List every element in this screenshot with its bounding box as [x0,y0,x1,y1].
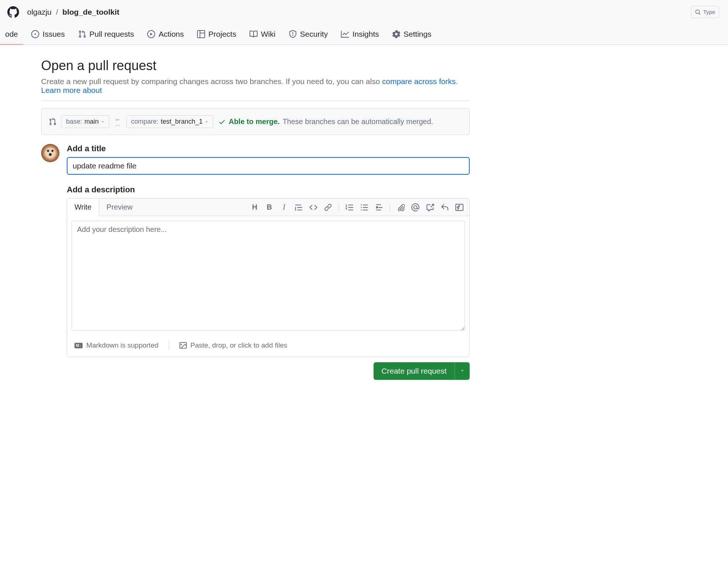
compare-branch-select[interactable]: compare: test_branch_1 [126,115,213,128]
chevron-down-icon [101,120,105,124]
compare-forks-link[interactable]: compare across forks [382,77,456,86]
tab-write[interactable]: Write [67,199,99,216]
shield-icon [289,30,297,38]
italic-icon[interactable]: I [280,203,288,211]
table-icon [197,30,205,38]
graph-icon [341,30,349,38]
create-pull-request-dropdown[interactable] [455,362,470,380]
attach-files-hint[interactable]: Paste, drop, or click to add files [179,341,287,349]
markdown-hint[interactable]: M↓ Markdown is supported [74,341,159,349]
tab-projects[interactable]: Projects [192,26,241,44]
page-title: Open a pull request [41,58,470,73]
tab-settings[interactable]: Settings [387,26,437,44]
tab-actions[interactable]: Actions [142,26,189,44]
nav-label: Settings [404,30,432,39]
nav-label: Actions [159,30,184,39]
check-icon [218,118,226,126]
tab-preview[interactable]: Preview [99,199,140,216]
nav-label: Security [300,30,328,39]
quote-icon[interactable] [295,203,303,211]
title-label: Add a title [67,144,470,153]
chevron-down-icon [460,368,465,373]
description-label: Add a description [67,185,470,195]
image-icon [179,342,187,349]
search-input[interactable]: Type [691,6,719,18]
repo-breadcrumb: olgazju / blog_de_toolkit [27,8,688,17]
slash-commands-icon[interactable] [455,203,463,211]
repo-header: olgazju / blog_de_toolkit Type [0,0,728,18]
page-subtitle: Create a new pull request by comparing c… [41,77,470,101]
merge-status: Able to merge. These branches can be aut… [218,117,433,126]
gear-icon [392,30,400,38]
book-icon [250,30,258,38]
title-input[interactable] [67,157,470,175]
tab-issues[interactable]: Issues [26,26,70,44]
bold-icon[interactable]: B [265,203,273,211]
code-icon[interactable] [309,203,317,211]
tab-security[interactable]: Security [284,26,333,44]
search-icon [695,9,701,15]
cross-reference-icon[interactable] [426,203,434,211]
nav-label: ode [5,30,18,39]
tasklist-icon[interactable] [375,203,383,211]
create-pull-request-button[interactable]: Create pull request [374,362,455,380]
play-icon [147,30,155,38]
issue-icon [31,30,39,38]
link-icon[interactable] [324,203,332,211]
nav-label: Insights [352,30,379,39]
unordered-list-icon[interactable] [360,203,368,211]
nav-label: Issues [43,30,65,39]
attachment-icon[interactable] [397,203,405,211]
tab-code[interactable]: ode [0,26,23,44]
learn-more-link[interactable]: Learn more about [41,86,102,94]
nav-label: Wiki [261,30,276,39]
github-logo-icon[interactable] [7,6,19,18]
tab-wiki[interactable]: Wiki [244,26,281,44]
arrow-left-icon: ←… [114,117,121,127]
base-branch-select[interactable]: base: main [61,115,109,128]
markdown-icon: M↓ [74,343,83,348]
nav-label: Pull requests [90,30,134,39]
compare-box: base: main ←… compare: test_branch_1 Abl… [41,108,470,135]
repo-name-link[interactable]: blog_de_toolkit [62,8,119,16]
nav-label: Projects [208,30,236,39]
git-compare-icon [49,118,56,126]
avatar [41,144,59,162]
description-textarea[interactable] [72,221,465,331]
repo-owner-link[interactable]: olgazju [27,8,52,16]
tab-pull-requests[interactable]: Pull requests [73,26,139,44]
pull-request-icon [78,30,86,38]
chevron-down-icon [205,120,208,124]
description-editor: Write Preview H B I [67,198,470,357]
search-placeholder: Type [703,9,715,15]
ordered-list-icon[interactable] [346,203,354,211]
reply-icon[interactable] [441,203,449,211]
mention-icon[interactable] [411,203,419,211]
tab-insights[interactable]: Insights [336,26,384,44]
heading-icon[interactable]: H [251,203,259,211]
repo-nav: ode Issues Pull requests Actions Project… [0,18,728,45]
